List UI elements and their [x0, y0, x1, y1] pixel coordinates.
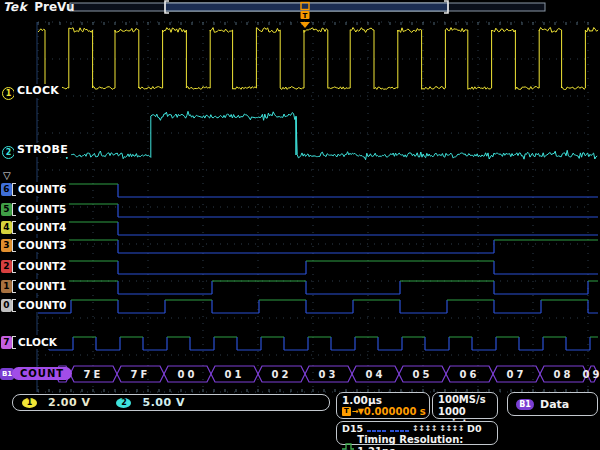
channel-1-label[interactable]: CLOCK — [14, 84, 62, 98]
svg-text:T: T — [303, 12, 308, 20]
digital-label-count5[interactable]: COUNT5 — [12, 202, 69, 216]
digital-label-text: COUNT4 — [18, 221, 66, 233]
digital-label-text: COUNT3 — [18, 239, 66, 251]
digital-label-text: COUNT6 — [18, 183, 66, 195]
svg-text:07: 07 — [507, 369, 527, 380]
bus-name: Data — [540, 398, 569, 411]
waveform-display: 7E7F00010203040506070809T — [0, 0, 600, 450]
digital-marker-d5[interactable]: 5 — [1, 203, 12, 216]
svg-text:02: 02 — [272, 369, 292, 380]
svg-text:04: 04 — [366, 369, 386, 380]
bus-badge[interactable]: B1 — [516, 399, 534, 410]
channel-readouts[interactable]: 1 2.00 V 2 5.00 V — [12, 394, 330, 411]
trigger-position: 0.000000 s — [364, 406, 426, 417]
ch2-badge[interactable]: 2 — [116, 398, 131, 408]
oscilloscope-screen: 7E7F00010203040506070809T TekPreVu ▽ 1CL… — [0, 0, 600, 450]
timebase-scale: 1.00µs — [342, 394, 429, 406]
digital-inactive-icon — [366, 423, 386, 434]
digital-marker-d6[interactable]: 6 — [1, 183, 12, 196]
timing-resolution: Timing Resolution: 1.21ns — [357, 434, 497, 450]
svg-text:06: 06 — [460, 369, 480, 380]
svg-text:7E: 7E — [84, 369, 104, 380]
digital-marker-d2[interactable]: 2 — [1, 260, 12, 273]
digital-label-count6[interactable]: COUNT6 — [12, 182, 69, 196]
digital-label-count2[interactable]: COUNT2 — [12, 259, 69, 273]
digital-group-indicator-icon: ▽ — [3, 170, 11, 181]
digital-label-text: CLOCK — [18, 336, 57, 348]
ch1-scale: 2.00 V — [48, 396, 90, 409]
digital-label-bracket-icon — [12, 260, 16, 273]
digital-marker-d7[interactable]: 7 — [1, 336, 12, 349]
digital-marker-d4[interactable]: 4 — [1, 221, 12, 234]
digital-label-text: COUNT2 — [18, 260, 66, 272]
bus-readout[interactable]: B1 Data — [507, 392, 598, 416]
svg-text:01: 01 — [225, 369, 245, 380]
bus-label[interactable]: COUNT — [12, 367, 72, 380]
ch1-badge[interactable]: 1 — [22, 398, 37, 408]
digital-label-count3[interactable]: COUNT3 — [12, 238, 69, 252]
digital-label-bracket-icon — [12, 203, 16, 216]
timing-resolution-icon — [342, 442, 354, 450]
trigger-position-arrow-icon: →▼ — [352, 406, 363, 417]
digital-label-bracket-icon — [12, 336, 16, 349]
digital-label-bracket-icon — [12, 221, 16, 234]
svg-text:09: 09 — [583, 369, 600, 380]
digital-channels-readout[interactable]: D15 ↕↕↕↕ ↕↕↕↕ D0 Timing Resolution: 1.21… — [336, 421, 498, 445]
sample-rate: 100MS/s — [438, 394, 497, 406]
digital-marker-d1[interactable]: 1 — [1, 280, 12, 293]
horizontal-readout[interactable]: 1.00µs T →▼ 0.000000 s — [336, 392, 430, 419]
acquisition-readout[interactable]: 100MS/s 1000 points — [432, 392, 498, 419]
tek-logo: Tek — [3, 0, 27, 14]
digital-label-count1[interactable]: COUNT1 — [12, 279, 69, 293]
svg-text:03: 03 — [319, 369, 339, 380]
ch2-scale: 5.00 V — [142, 396, 184, 409]
digital-label-bracket-icon — [12, 239, 16, 252]
digital-label-text: COUNT5 — [18, 203, 66, 215]
digital-marker-d0[interactable]: 0 — [1, 299, 12, 312]
digital-label-text: COUNT0 — [18, 299, 66, 311]
digital-range-right: D0 — [467, 423, 482, 434]
svg-text:7F: 7F — [131, 369, 151, 380]
digital-label-count4[interactable]: COUNT4 — [12, 220, 69, 234]
digital-label-text: COUNT1 — [18, 280, 66, 292]
digital-marker-d3[interactable]: 3 — [1, 239, 12, 252]
channel-2-label[interactable]: STROBE — [14, 143, 71, 157]
digital-activity-arrows-icon: ↕↕↕↕ ↕↕↕↕ — [412, 424, 464, 434]
digital-label-bracket-icon — [12, 280, 16, 293]
digital-label-clock[interactable]: CLOCK — [12, 335, 60, 349]
digital-label-bracket-icon — [12, 183, 16, 196]
digital-label-bracket-icon — [12, 299, 16, 312]
svg-text:00: 00 — [178, 369, 198, 380]
acquisition-status: PreVu — [34, 0, 74, 14]
digital-inactive-icon — [389, 423, 409, 434]
header: TekPreVu — [3, 0, 74, 14]
digital-range-left: D15 — [342, 423, 363, 434]
svg-text:08: 08 — [554, 369, 574, 380]
trigger-icon: T — [342, 407, 351, 416]
svg-text:05: 05 — [413, 369, 433, 380]
digital-label-count0[interactable]: COUNT0 — [12, 298, 69, 312]
